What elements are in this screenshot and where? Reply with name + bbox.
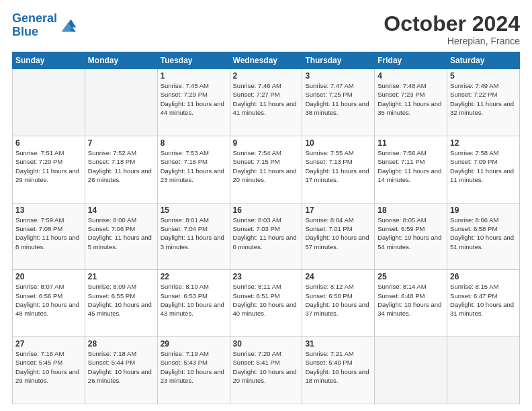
day-number: 13 [15,205,82,215]
day-number: 18 [378,205,444,215]
day-info: Sunrise: 8:10 AM Sunset: 6:53 PM Dayligh… [161,282,227,318]
day-info: Sunrise: 8:01 AM Sunset: 7:04 PM Dayligh… [161,216,227,251]
day-number: 26 [450,272,517,281]
calendar-cell-w5-d1: 28Sunrise: 7:18 AM Sunset: 5:44 PM Dayli… [85,337,157,404]
week-row-5: 27Sunrise: 7:16 AM Sunset: 5:45 PM Dayli… [13,337,520,404]
calendar-cell-w5-d0: 27Sunrise: 7:16 AM Sunset: 5:45 PM Dayli… [13,337,85,404]
day-info: Sunrise: 8:11 AM Sunset: 6:51 PM Dayligh… [233,282,300,318]
week-row-3: 13Sunrise: 7:59 AM Sunset: 7:08 PM Dayli… [13,203,520,270]
calendar-cell-w5-d2: 29Sunrise: 7:19 AM Sunset: 5:43 PM Dayli… [157,337,230,404]
day-number: 4 [378,71,444,81]
day-number: 12 [450,138,517,148]
location: Herepian, France [384,36,520,46]
week-row-1: 1Sunrise: 7:45 AM Sunset: 7:29 PM Daylig… [13,69,520,136]
week-row-4: 20Sunrise: 8:07 AM Sunset: 6:56 PM Dayli… [13,270,520,337]
calendar-cell-w3-d0: 13Sunrise: 7:59 AM Sunset: 7:08 PM Dayli… [13,203,85,270]
day-info: Sunrise: 7:59 AM Sunset: 7:08 PM Dayligh… [15,216,82,251]
day-number: 7 [88,138,154,148]
day-info: Sunrise: 8:07 AM Sunset: 6:56 PM Dayligh… [15,282,82,318]
day-number: 15 [161,205,227,215]
day-number: 31 [305,339,371,349]
calendar-cell-w4-d1: 21Sunrise: 8:09 AM Sunset: 6:55 PM Dayli… [85,270,157,337]
calendar-cell-w2-d1: 7Sunrise: 7:52 AM Sunset: 7:18 PM Daylig… [85,136,157,203]
day-number: 25 [378,272,444,281]
day-number: 14 [88,205,154,215]
day-number: 24 [305,272,371,281]
day-number: 10 [305,138,371,148]
col-wednesday: Wednesday [230,52,302,69]
day-number: 20 [15,272,82,281]
day-number: 5 [450,71,517,81]
calendar-cell-w3-d6: 19Sunrise: 8:06 AM Sunset: 6:58 PM Dayli… [447,203,520,270]
calendar-cell-w1-d3: 2Sunrise: 7:46 AM Sunset: 7:27 PM Daylig… [230,69,302,136]
day-number: 3 [305,71,371,81]
col-thursday: Thursday [302,52,375,69]
calendar-cell-w1-d2: 1Sunrise: 7:45 AM Sunset: 7:29 PM Daylig… [157,69,230,136]
col-monday: Monday [85,52,157,69]
day-number: 22 [161,272,227,281]
calendar-cell-w1-d6: 5Sunrise: 7:49 AM Sunset: 7:22 PM Daylig… [447,69,520,136]
calendar-cell-w2-d4: 10Sunrise: 7:55 AM Sunset: 7:13 PM Dayli… [302,136,375,203]
calendar-cell-w2-d2: 8Sunrise: 7:53 AM Sunset: 7:16 PM Daylig… [157,136,230,203]
day-info: Sunrise: 7:20 AM Sunset: 5:41 PM Dayligh… [233,349,300,385]
day-info: Sunrise: 7:47 AM Sunset: 7:25 PM Dayligh… [305,81,371,117]
calendar-cell-w3-d4: 17Sunrise: 8:04 AM Sunset: 7:01 PM Dayli… [302,203,375,270]
day-number: 17 [305,205,371,215]
day-number: 11 [378,138,444,148]
calendar-cell-w1-d4: 3Sunrise: 7:47 AM Sunset: 7:25 PM Daylig… [302,69,375,136]
calendar-cell-w5-d4: 31Sunrise: 7:21 AM Sunset: 5:40 PM Dayli… [302,337,375,404]
day-number: 28 [88,339,154,349]
week-row-2: 6Sunrise: 7:51 AM Sunset: 7:20 PM Daylig… [13,136,520,203]
calendar-cell-w5-d3: 30Sunrise: 7:20 AM Sunset: 5:41 PM Dayli… [230,337,302,404]
calendar-cell-w3-d1: 14Sunrise: 8:00 AM Sunset: 7:06 PM Dayli… [85,203,157,270]
col-tuesday: Tuesday [157,52,230,69]
col-sunday: Sunday [13,52,85,69]
day-info: Sunrise: 8:03 AM Sunset: 7:03 PM Dayligh… [233,216,300,251]
logo-icon [58,16,77,35]
calendar-cell-w4-d5: 25Sunrise: 8:14 AM Sunset: 6:48 PM Dayli… [375,270,447,337]
day-info: Sunrise: 7:21 AM Sunset: 5:40 PM Dayligh… [305,349,371,385]
day-number: 30 [233,339,300,349]
calendar-cell-w1-d0 [13,69,85,136]
day-number: 19 [450,205,517,215]
title-block: October 2024 Herepian, France [384,12,520,46]
day-info: Sunrise: 8:04 AM Sunset: 7:01 PM Dayligh… [305,216,371,251]
calendar-cell-w4-d0: 20Sunrise: 8:07 AM Sunset: 6:56 PM Dayli… [13,270,85,337]
header: General Blue October 2024 Herepian, Fran… [12,12,520,46]
day-number: 1 [161,71,227,81]
day-number: 2 [233,71,300,81]
calendar-cell-w2-d0: 6Sunrise: 7:51 AM Sunset: 7:20 PM Daylig… [13,136,85,203]
day-info: Sunrise: 7:49 AM Sunset: 7:22 PM Dayligh… [450,81,517,117]
calendar-cell-w1-d1 [85,69,157,136]
calendar-cell-w2-d3: 9Sunrise: 7:54 AM Sunset: 7:15 PM Daylig… [230,136,302,203]
col-saturday: Saturday [447,52,520,69]
month-title: October 2024 [384,12,520,36]
day-info: Sunrise: 7:46 AM Sunset: 7:27 PM Dayligh… [233,81,300,117]
day-info: Sunrise: 7:45 AM Sunset: 7:29 PM Dayligh… [161,81,227,117]
day-number: 23 [233,272,300,281]
calendar: Sunday Monday Tuesday Wednesday Thursday… [12,52,520,404]
day-info: Sunrise: 7:54 AM Sunset: 7:15 PM Dayligh… [233,148,300,184]
col-friday: Friday [375,52,447,69]
day-info: Sunrise: 8:00 AM Sunset: 7:06 PM Dayligh… [88,216,154,251]
day-number: 21 [88,272,154,281]
logo-general: General [12,11,57,25]
calendar-cell-w2-d6: 12Sunrise: 7:58 AM Sunset: 7:09 PM Dayli… [447,136,520,203]
calendar-cell-w4-d2: 22Sunrise: 8:10 AM Sunset: 6:53 PM Dayli… [157,270,230,337]
day-number: 9 [233,138,300,148]
day-info: Sunrise: 7:53 AM Sunset: 7:16 PM Dayligh… [161,148,227,184]
calendar-cell-w5-d6 [447,337,520,404]
logo-text: General Blue [12,12,57,39]
day-info: Sunrise: 8:14 AM Sunset: 6:48 PM Dayligh… [378,282,444,318]
day-number: 16 [233,205,300,215]
day-number: 29 [161,339,227,349]
day-info: Sunrise: 8:12 AM Sunset: 6:50 PM Dayligh… [305,282,371,318]
day-info: Sunrise: 8:05 AM Sunset: 6:59 PM Dayligh… [378,216,444,251]
logo-blue: Blue [12,25,38,38]
day-info: Sunrise: 7:18 AM Sunset: 5:44 PM Dayligh… [88,349,154,385]
calendar-cell-w1-d5: 4Sunrise: 7:48 AM Sunset: 7:23 PM Daylig… [375,69,447,136]
day-info: Sunrise: 7:19 AM Sunset: 5:43 PM Dayligh… [161,349,227,385]
day-info: Sunrise: 7:58 AM Sunset: 7:09 PM Dayligh… [450,148,517,184]
calendar-cell-w3-d3: 16Sunrise: 8:03 AM Sunset: 7:03 PM Dayli… [230,203,302,270]
calendar-cell-w4-d3: 23Sunrise: 8:11 AM Sunset: 6:51 PM Dayli… [230,270,302,337]
